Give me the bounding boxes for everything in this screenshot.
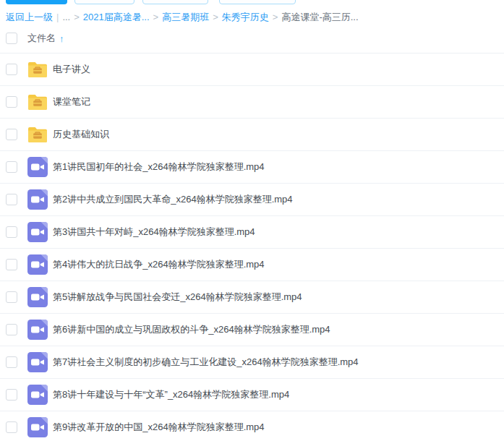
file-name[interactable]: 第2讲中共成立到国民大革命_x264翰林学院独家整理.mp4 [53,193,293,206]
row-checkbox[interactable] [6,96,17,108]
breadcrumb-ellipsis[interactable]: ... [62,12,70,22]
folder-icon [28,95,47,110]
row-icon-wrap [27,189,48,210]
video-icon [27,254,48,275]
select-all-checkbox[interactable] [6,33,17,44]
row-checkbox[interactable] [6,64,17,75]
filename-column-header[interactable]: 文件名 [27,32,56,45]
row-icon-wrap [27,287,48,307]
row-checkbox[interactable] [6,421,17,433]
row-icon-wrap [27,124,48,145]
breadcrumb-current: 高途课堂-高三历... [281,11,358,24]
file-row[interactable]: 课堂笔记 [0,86,504,119]
breadcrumb-separator: > [213,12,218,22]
folder-icon [28,127,47,142]
video-icon [27,417,48,437]
file-name[interactable]: 第9讲改革开放的中国_x264翰林学院独家整理.mp4 [53,421,265,434]
toolbar-primary-button[interactable] [6,0,67,4]
breadcrumb-link[interactable]: 朱秀宇历史 [222,11,269,24]
toolbar-button-3[interactable] [142,0,208,4]
file-name[interactable]: 课堂笔记 [53,95,90,108]
breadcrumb: 返回上一级 | ... > 2021届高途暑... > 高三暑期班 > 朱秀宇历… [0,10,504,24]
row-checkbox[interactable] [6,161,17,173]
file-row[interactable]: 第8讲十年建设与十年“文革”_x264翰林学院独家整理.mp4 [0,379,504,411]
row-icon-wrap [27,385,48,405]
file-name[interactable]: 第7讲社会主义制度的初步确立与工业化建设_x264翰林学院独家整理.mp4 [53,356,359,369]
breadcrumb-link[interactable]: 高三暑期班 [162,11,209,24]
row-checkbox[interactable] [6,259,17,270]
breadcrumb-divider: | [56,12,59,22]
row-icon-wrap [27,352,48,372]
back-to-parent-link[interactable]: 返回上一级 [6,11,53,24]
row-icon-wrap [27,92,48,112]
file-name[interactable]: 第3讲国共十年对峙_x264翰林学院独家整理.mp4 [53,226,255,239]
row-icon-wrap [27,320,48,340]
video-icon [27,352,48,372]
file-row[interactable]: 第5讲解放战争与民国社会变迁_x264翰林学院独家整理.mp4 [0,281,504,314]
video-icon [27,157,48,177]
file-row[interactable]: 第3讲国共十年对峙_x264翰林学院独家整理.mp4 [0,216,504,249]
row-icon-wrap [27,157,48,177]
row-checkbox[interactable] [6,356,17,368]
breadcrumb-separator: > [273,12,278,22]
video-icon [27,385,48,405]
file-name[interactable]: 第5讲解放战争与民国社会变迁_x264翰林学院独家整理.mp4 [53,291,302,304]
row-checkbox[interactable] [6,226,17,238]
breadcrumb-links: 2021届高途暑... > 高三暑期班 > 朱秀宇历史 > [83,11,278,24]
row-icon-wrap [27,222,48,242]
video-icon [27,189,48,210]
file-name[interactable]: 第1讲民国初年的社会_x264翰林学院独家整理.mp4 [53,160,265,174]
sort-ascending-icon[interactable]: ↑ [59,33,64,44]
file-row[interactable]: 历史基础知识 [0,119,504,151]
toolbar-button-2[interactable] [74,0,134,4]
row-checkbox[interactable] [6,389,17,401]
file-row[interactable]: 第2讲中共成立到国民大革命_x264翰林学院独家整理.mp4 [0,184,504,216]
video-icon [27,320,48,340]
file-row[interactable]: 第9讲改革开放的中国_x264翰林学院独家整理.mp4 [0,411,504,441]
file-name[interactable]: 第6讲新中国的成立与巩固政权的斗争_x264翰林学院独家整理.mp4 [53,323,330,336]
row-checkbox[interactable] [6,291,17,303]
row-checkbox[interactable] [6,324,17,335]
row-icon-wrap [27,59,48,80]
row-icon-wrap [27,254,48,275]
toolbar [0,0,504,5]
file-row[interactable]: 电子讲义 [0,53,504,86]
breadcrumb-separator: > [74,12,80,22]
file-name[interactable]: 历史基础知识 [53,128,109,141]
row-icon-wrap [27,417,48,437]
file-name[interactable]: 第8讲十年建设与十年“文革”_x264翰林学院独家整理.mp4 [53,388,289,401]
file-row[interactable]: 第7讲社会主义制度的初步确立与工业化建设_x264翰林学院独家整理.mp4 [0,346,504,379]
row-checkbox[interactable] [6,194,17,205]
video-icon [27,222,48,242]
video-icon [27,287,48,307]
row-checkbox[interactable] [6,129,17,140]
file-list-header: 文件名 ↑ [0,24,504,53]
file-row[interactable]: 第4讲伟大的抗日战争_x264翰林学院独家整理.mp4 [0,249,504,281]
breadcrumb-link[interactable]: 2021届高途暑... [83,11,150,24]
breadcrumb-separator: > [153,12,159,22]
file-row[interactable]: 第6讲新中国的成立与巩固政权的斗争_x264翰林学院独家整理.mp4 [0,314,504,346]
folder-icon [28,62,47,77]
file-row[interactable]: 第1讲民国初年的社会_x264翰林学院独家整理.mp4 [0,151,504,184]
toolbar-button-4[interactable] [219,0,296,4]
file-list: 电子讲义 课堂笔记 [0,53,504,441]
file-name[interactable]: 电子讲义 [53,63,90,76]
file-name[interactable]: 第4讲伟大的抗日战争_x264翰林学院独家整理.mp4 [53,258,265,271]
